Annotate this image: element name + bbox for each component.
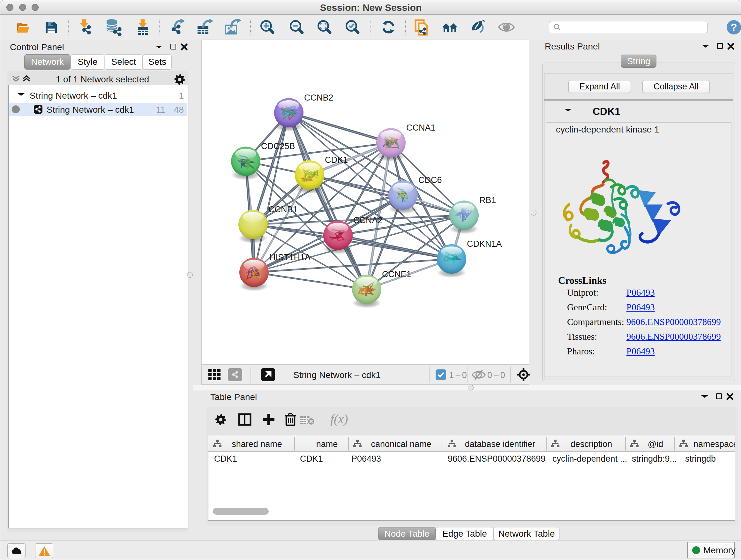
- svg-text:RB1: RB1: [479, 195, 496, 205]
- svg-text:CCNA2: CCNA2: [353, 215, 383, 225]
- svg-text:CCNA1: CCNA1: [406, 123, 435, 132]
- svg-text:HIST1H1A: HIST1H1A: [269, 253, 311, 262]
- svg-text:CDC6: CDC6: [418, 175, 442, 185]
- svg-text:CCNE1: CCNE1: [382, 269, 411, 279]
- svg-text:CDKN1A: CDKN1A: [467, 239, 502, 249]
- svg-text:CDC25B: CDC25B: [261, 141, 295, 151]
- svg-text:CCNB2: CCNB2: [304, 93, 333, 103]
- svg-text:CCNB1: CCNB1: [268, 205, 298, 214]
- svg-text:CDK1: CDK1: [325, 155, 348, 165]
